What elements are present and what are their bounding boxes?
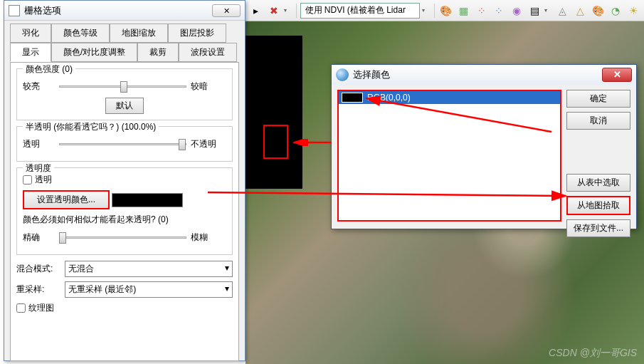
set-transparent-color-button[interactable]: 设置透明颜色... [23,190,110,209]
brighter-label: 较亮 [23,80,55,93]
resample-row: 重采样: 无重采样 (最近邻)▾ [16,281,233,298]
default-button[interactable]: 默认 [105,98,144,114]
transparency-group: 透明度 透明 设置透明颜色... 颜色必须如何相似才能看起来透明? (0) 精确… [16,167,233,255]
similarity-label: 颜色必须如何相似才能看起来透明? (0) [23,214,226,226]
tab-row-1: 羽化 颜色等级 地图缩放 图层投影 [4,21,245,43]
color-item[interactable]: RGB(0,0,0) [339,91,560,104]
tool-icon[interactable]: ◬ [555,3,571,19]
dropdown-icon[interactable]: ▾ [544,7,553,14]
tab-feather[interactable]: 羽化 [10,24,51,43]
raster-title: 栅格选项 [24,4,212,17]
translucent-group: 半透明 (你能看透它吗？) (100.0%) 透明 不透明 [16,126,233,162]
tool-arrow-icon[interactable]: ▸ [248,3,264,19]
transparency-label: 透明度 [23,162,54,175]
color-title: 选择颜色 [353,68,598,81]
tab-band[interactable]: 波段设置 [179,43,237,62]
color-item-label: RGB(0,0,0) [367,93,411,103]
transparent-label: 透明 [23,138,55,150]
from-map-button[interactable]: 从地图拾取 [566,196,630,215]
tab-crop[interactable]: 裁剪 [137,43,179,62]
watermark: CSDN @刘一哥GIS [549,347,637,360]
resample-label: 重采样: [16,284,59,296]
color-select-dialog: 选择颜色 ✕ RGB(0,0,0) 确定 取消 从表中选取 从地图拾取 保存到文… [331,64,637,229]
tab-map-zoom[interactable]: 地图缩放 [110,24,168,43]
close-button[interactable]: ✕ [212,4,241,17]
from-table-button[interactable]: 从表中选取 [566,174,630,192]
main-toolbar: ▸ ✖ ▾ 使用 NDVI (植被着色 Lidar ▾ 🎨 ▦ ⁘ ⁘ ◉ ▤ … [246,0,644,21]
dots2-icon[interactable]: ⁘ [492,3,507,19]
tab-row-2: 显示 颜色/对比度调整 裁剪 波段设置 [4,43,245,62]
color-titlebar[interactable]: 选择颜色 ✕ [332,65,636,85]
tab-contrast[interactable]: 颜色/对比度调整 [51,43,137,62]
globe-icon [336,68,349,81]
fuzzy-label: 模糊 [191,232,226,244]
layers-icon[interactable]: ▤ [527,3,542,19]
transparent-checkbox[interactable]: 透明 [23,174,226,186]
tab-content: 颜色强度 (0) 较亮 较暗 默认 半透明 (你能看透它吗？) (100.0%)… [10,62,239,361]
exact-label: 精确 [23,232,55,244]
tab-display[interactable]: 显示 [10,43,51,62]
circle-icon[interactable]: ◉ [509,3,524,19]
raster-icon [9,5,20,16]
tool-x-icon[interactable]: ✖ [266,3,282,19]
raster-options-dialog: 栅格选项 ✕ 羽化 颜色等级 地图缩放 图层投影 显示 颜色/对比度调整 裁剪 … [4,0,246,361]
cancel-button[interactable]: 取消 [566,112,630,130]
similarity-slider[interactable] [59,230,186,244]
intensity-group: 颜色强度 (0) 较亮 较暗 默认 [16,68,233,120]
translucent-slider[interactable] [59,137,186,151]
color-swatch-icon [342,93,363,103]
grid-icon[interactable]: ▦ [456,3,472,19]
texture-checkbox[interactable]: 纹理图 [16,302,233,314]
raster-titlebar[interactable]: 栅格选项 ✕ [4,1,245,21]
close-button[interactable]: ✕ [602,68,632,82]
sun-icon[interactable]: ☀ [625,3,641,19]
blend-label: 混合模式: [16,263,59,275]
dropdown-icon[interactable]: ▾ [422,7,431,14]
blend-select[interactable]: 无混合▾ [65,261,233,277]
dots-icon[interactable]: ⁘ [474,3,490,19]
translucent-label: 半透明 (你能看透它吗？) (100.0%) [23,121,159,133]
dropdown-icon[interactable]: ▾ [284,7,292,14]
side-buttons: 确定 取消 从表中选取 从地图拾取 保存到文件... [566,90,630,237]
tab-layer-proj[interactable]: 图层投影 [168,24,226,43]
transparent-check-input[interactable] [23,175,32,184]
black-mask-left [246,36,302,189]
palette2-icon[interactable]: 🎨 [591,3,606,19]
blend-row: 混合模式: 无混合▾ [16,261,233,277]
triangle-icon[interactable]: △ [573,3,588,19]
texture-check-input[interactable] [16,303,26,313]
darker-label: 较暗 [191,80,226,93]
palette-icon[interactable]: 🎨 [438,3,454,19]
intensity-label: 颜色强度 (0) [23,63,75,76]
ndvi-dropdown[interactable]: 使用 NDVI (植被着色 Lidar [300,3,421,19]
opaque-label: 不透明 [191,138,226,150]
ok-button[interactable]: 确定 [566,90,630,108]
save-file-button[interactable]: 保存到文件... [566,219,630,237]
resample-select[interactable]: 无重采样 (最近邻)▾ [65,281,233,298]
color-swatch [112,193,183,207]
color-list[interactable]: RGB(0,0,0) [337,90,561,222]
tab-color-levels[interactable]: 颜色等级 [51,24,110,43]
pie-icon[interactable]: ◔ [608,3,623,19]
intensity-slider[interactable] [59,79,186,93]
